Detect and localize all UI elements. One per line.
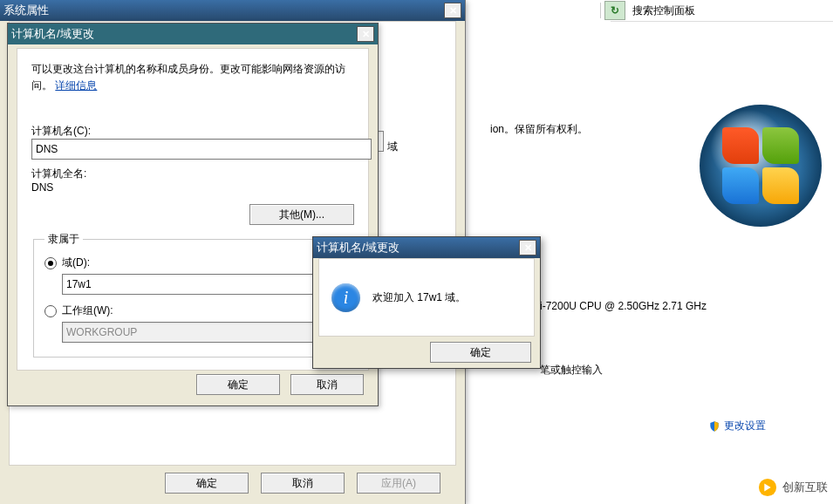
ok-button[interactable]: 确定	[196, 374, 280, 395]
other-button[interactable]: 其他(M)...	[249, 204, 354, 225]
radio-icon[interactable]	[44, 257, 57, 269]
refresh-icon[interactable]: ↻	[604, 1, 625, 20]
windows-logo-icon	[700, 105, 822, 227]
close-icon[interactable]: ✕	[444, 3, 461, 18]
watermark-icon	[758, 478, 777, 497]
name-domain-button-bar: 确定 取消	[8, 374, 378, 400]
more-info-link[interactable]: 详细信息	[55, 79, 97, 92]
messagebox-title: 计算机名/域更改	[317, 240, 399, 255]
search-placeholder[interactable]: 搜索控制面板	[632, 3, 695, 18]
domain-suffix-text: 域	[387, 140, 398, 154]
change-settings-link[interactable]: 更改设置	[708, 419, 766, 433]
computer-name-label: 计算机名(C):	[31, 124, 354, 139]
messagebox-titlebar[interactable]: 计算机名/域更改 ✕	[313, 237, 540, 258]
computer-name-input[interactable]	[31, 139, 372, 160]
touch-text: 笔或触控输入	[540, 363, 603, 378]
messagebox-text: 欢迎加入 17w1 域。	[372, 290, 466, 305]
system-properties-title: 系统属性	[3, 3, 49, 18]
info-icon: i	[331, 283, 360, 312]
name-domain-title: 计算机名/域更改	[11, 26, 94, 42]
ok-button[interactable]: 确定	[165, 473, 249, 494]
close-icon[interactable]: ✕	[357, 26, 374, 42]
member-of-legend: 隶属于	[44, 232, 83, 247]
description-text: 可以更改这台计算机的名称和成员身份。更改可能影响网络资源的访问。 详细信息	[31, 61, 354, 94]
control-panel-topbar: ↻ 搜索控制面板	[611, 0, 833, 22]
system-properties-titlebar[interactable]: 系统属性 ✕	[0, 0, 465, 21]
full-name-label: 计算机全名:	[31, 167, 354, 181]
cancel-button[interactable]: 取消	[261, 473, 345, 494]
welcome-message-box: 计算机名/域更改 ✕ i 欢迎加入 17w1 域。 确定	[312, 236, 541, 369]
full-name-value: DNS	[31, 181, 354, 194]
close-icon[interactable]: ✕	[519, 240, 536, 255]
workgroup-radio-label: 工作组(W):	[62, 303, 113, 318]
name-domain-titlebar[interactable]: 计算机名/域更改 ✕	[8, 24, 378, 44]
ok-button[interactable]: 确定	[430, 342, 531, 363]
radio-icon[interactable]	[44, 305, 57, 317]
change-settings-label: 更改设置	[724, 419, 766, 433]
watermark: 创新互联	[758, 478, 828, 497]
shield-icon	[708, 420, 720, 432]
domain-radio-label: 域(D):	[62, 255, 90, 270]
cancel-button[interactable]: 取消	[290, 374, 364, 395]
cpu-text: i-7200U CPU @ 2.50GHz 2.71 GHz	[540, 300, 707, 312]
rights-text: ion。保留所有权利。	[490, 122, 588, 137]
system-properties-button-bar: 确定 取消 应用(A)	[0, 473, 465, 499]
apply-button[interactable]: 应用(A)	[357, 473, 440, 494]
